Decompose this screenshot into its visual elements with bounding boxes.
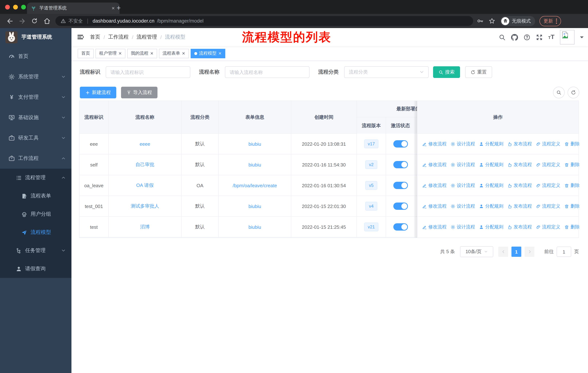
close-icon[interactable]	[118, 52, 122, 55]
active-toggle[interactable]	[393, 223, 408, 231]
reload-icon[interactable]	[31, 17, 38, 25]
sidebar-item-process-form[interactable]: 流程表单	[0, 187, 72, 205]
active-toggle[interactable]	[393, 161, 408, 168]
github-icon[interactable]	[511, 34, 518, 40]
design-process-action[interactable]: 设计流程	[451, 141, 475, 147]
home-icon[interactable]	[43, 17, 51, 25]
maximize-window-button[interactable]	[21, 5, 26, 10]
close-icon[interactable]	[218, 52, 222, 55]
minimize-window-button[interactable]	[13, 5, 18, 10]
delete-action[interactable]: 删除	[564, 224, 580, 230]
password-key-icon[interactable]	[477, 17, 484, 25]
close-icon[interactable]	[150, 52, 153, 55]
assign-rule-action[interactable]: 分配规则	[479, 203, 504, 209]
sidebar-item-task-mgmt[interactable]: 任务管理	[0, 242, 72, 260]
process-definition-action[interactable]: 流程定义	[536, 224, 560, 230]
active-toggle[interactable]	[393, 182, 408, 189]
create-process-button[interactable]: 新建流程	[80, 87, 116, 98]
breadcrumb-home[interactable]: 首页	[90, 34, 100, 40]
sidebar-item-infra[interactable]: 基础设施	[0, 107, 72, 128]
reset-button[interactable]: 重置	[465, 66, 492, 78]
form-info-link[interactable]: biubiu	[248, 141, 261, 147]
design-process-action[interactable]: 设计流程	[451, 224, 475, 230]
process-name-link[interactable]: OA 请假	[136, 182, 153, 189]
design-process-action[interactable]: 设计流程	[451, 161, 475, 168]
search-button[interactable]: 搜索	[433, 66, 460, 78]
current-page-button[interactable]: 1	[511, 247, 521, 257]
sidebar-collapse-icon[interactable]	[72, 33, 90, 41]
tab-close-icon[interactable]	[110, 5, 116, 11]
back-icon[interactable]	[6, 17, 13, 25]
publish-process-action[interactable]: 发布流程	[507, 203, 532, 209]
process-name-link[interactable]: 滔博	[140, 224, 150, 230]
prev-page-button[interactable]	[498, 247, 508, 257]
fullscreen-icon[interactable]	[536, 34, 543, 40]
sidebar-item-devtools[interactable]: 研发工具	[0, 128, 72, 148]
close-window-button[interactable]	[5, 5, 10, 10]
sidebar-item-process-model[interactable]: 流程模型	[0, 223, 72, 242]
sidebar-item-process-mgmt[interactable]: 流程管理	[0, 169, 72, 187]
publish-process-action[interactable]: 发布流程	[507, 161, 532, 168]
close-icon[interactable]	[182, 52, 185, 55]
edit-process-action[interactable]: 修改流程	[422, 161, 447, 168]
breadcrumb-process-mgmt[interactable]: 流程管理	[137, 34, 157, 40]
edit-process-action[interactable]: 修改流程	[422, 182, 447, 189]
browser-tab[interactable]: 芋道管理系统	[27, 2, 120, 14]
tag-process-form[interactable]: 流程表单	[159, 49, 189, 58]
form-info-link[interactable]: biubiu	[248, 203, 261, 209]
app-logo-row[interactable]: 芋道管理系统	[0, 28, 72, 46]
help-icon[interactable]	[524, 34, 530, 40]
page-size-select[interactable]: 10条/页	[460, 246, 493, 257]
import-process-button[interactable]: 导入流程	[121, 87, 158, 98]
process-name-input[interactable]	[225, 66, 309, 78]
assign-rule-action[interactable]: 分配规则	[479, 161, 504, 168]
sidebar-item-user-group[interactable]: 用户分组	[0, 205, 72, 223]
edit-process-action[interactable]: 修改流程	[422, 203, 447, 209]
delete-action[interactable]: 删除	[564, 161, 580, 168]
browser-menu-icon[interactable]	[556, 18, 557, 23]
active-toggle[interactable]	[393, 140, 408, 148]
bookmark-star-icon[interactable]	[488, 17, 496, 25]
delete-action[interactable]: 删除	[564, 203, 580, 209]
forward-icon[interactable]	[19, 17, 26, 25]
assign-rule-action[interactable]: 分配规则	[479, 224, 504, 230]
process-definition-action[interactable]: 流程定义	[536, 182, 560, 189]
edit-process-action[interactable]: 修改流程	[422, 224, 447, 230]
sidebar-item-payment[interactable]: ¥ 支付管理	[0, 87, 72, 107]
active-toggle[interactable]	[393, 202, 408, 210]
assign-rule-action[interactable]: 分配规则	[479, 182, 504, 189]
process-definition-action[interactable]: 流程定义	[536, 203, 560, 209]
refresh-table-button[interactable]	[567, 87, 579, 98]
tag-tenant[interactable]: 租户管理	[95, 49, 126, 58]
breadcrumb-workflow[interactable]: 工作流程	[108, 34, 129, 40]
process-key-input[interactable]	[106, 66, 190, 78]
search-icon[interactable]	[499, 34, 506, 40]
sidebar-item-home[interactable]: 首页	[0, 46, 72, 67]
window-controls[interactable]	[5, 5, 26, 10]
delete-action[interactable]: 删除	[564, 182, 580, 189]
avatar[interactable]	[560, 30, 575, 44]
tag-my-process[interactable]: 我的流程	[127, 49, 157, 58]
delete-action[interactable]: 删除	[564, 141, 580, 147]
publish-process-action[interactable]: 发布流程	[507, 224, 532, 230]
tag-process-model[interactable]: 流程模型	[191, 49, 225, 58]
process-name-link[interactable]: eeee	[140, 141, 150, 147]
process-name-link[interactable]: 测试多审批人	[131, 203, 159, 210]
tag-home[interactable]: 首页	[78, 49, 94, 58]
new-tab-button[interactable]: +	[117, 3, 121, 13]
edit-process-action[interactable]: 修改流程	[422, 141, 447, 147]
form-info-link[interactable]: /bpm/oa/leave/create	[233, 183, 277, 188]
next-page-button[interactable]	[525, 247, 535, 257]
process-definition-action[interactable]: 流程定义	[536, 161, 560, 168]
address-bar[interactable]: 不安全 dashboard.yudao.iocoder.cn/bpm/manag…	[55, 16, 473, 26]
design-process-action[interactable]: 设计流程	[451, 203, 475, 209]
avatar-caret-down-icon[interactable]	[580, 36, 584, 40]
show-search-toggle-button[interactable]	[553, 87, 565, 98]
assign-rule-action[interactable]: 分配规则	[479, 141, 504, 147]
design-process-action[interactable]: 设计流程	[451, 182, 475, 189]
form-info-link[interactable]: biubiu	[248, 162, 261, 167]
sidebar-item-system[interactable]: 系统管理	[0, 67, 72, 87]
publish-process-action[interactable]: 发布流程	[507, 182, 532, 189]
category-select[interactable]: 流程分类	[344, 66, 429, 78]
sidebar-item-workflow[interactable]: 工作流程	[0, 148, 72, 169]
